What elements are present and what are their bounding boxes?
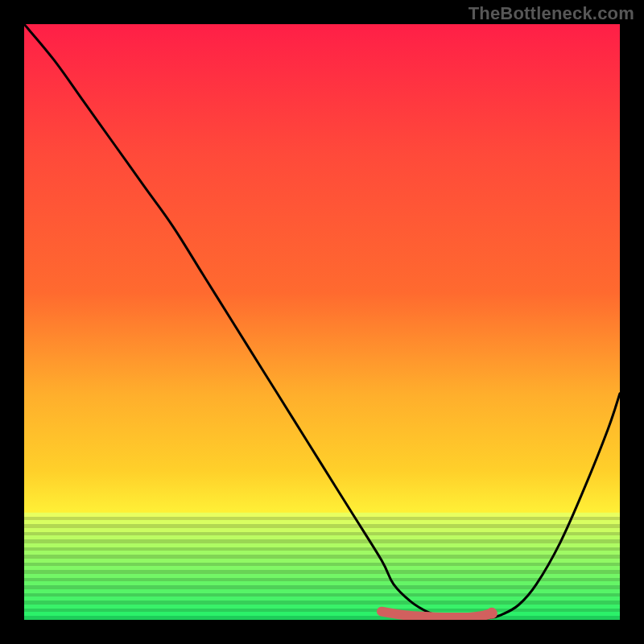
watermark-text: TheBottleneck.com	[469, 3, 634, 24]
highlight-segment	[382, 612, 492, 617]
curve-layer	[24, 24, 620, 620]
chart-frame: TheBottleneck.com	[0, 0, 644, 644]
plot-area	[24, 24, 620, 620]
bottleneck-curve	[24, 24, 620, 619]
highlight-point	[486, 608, 497, 619]
